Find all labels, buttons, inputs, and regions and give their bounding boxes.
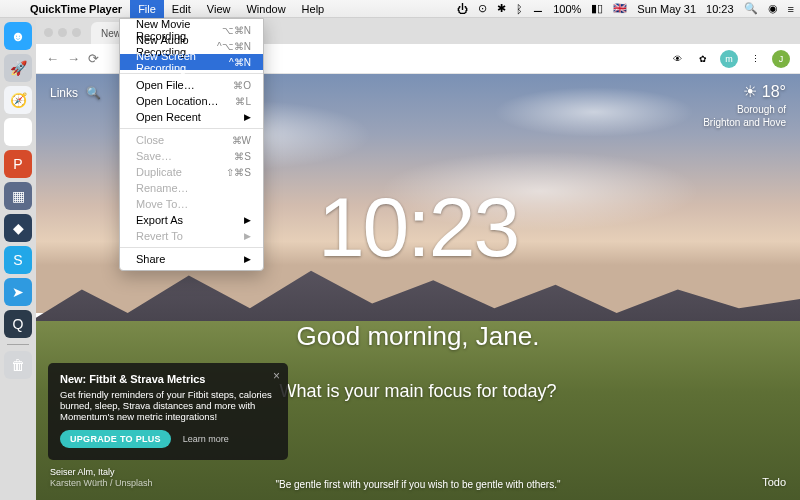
- menu-item-revert-to: Revert To▶: [120, 228, 263, 244]
- dock-trash-icon[interactable]: 🗑: [4, 351, 32, 379]
- menu-item-open-location[interactable]: Open Location…⌘L: [120, 93, 263, 109]
- extensions-menu-icon[interactable]: ⋮: [746, 50, 764, 68]
- clock: 10:23: [318, 179, 518, 276]
- menu-item-open-file[interactable]: Open File…⌘O: [120, 77, 263, 93]
- weather-location-line2: Brighton and Hove: [703, 116, 786, 129]
- menubar-icon[interactable]: ✱: [497, 2, 506, 15]
- menu-shortcut: ^⌘N: [229, 57, 251, 68]
- dock-launchpad-icon[interactable]: 🚀: [4, 54, 32, 82]
- extension-icon[interactable]: 👁: [668, 50, 686, 68]
- dock-finder-icon[interactable]: ☻: [4, 22, 32, 50]
- extension-icon[interactable]: m: [720, 50, 738, 68]
- macos-menubar: QuickTime Player File Edit View Window H…: [0, 0, 800, 18]
- menu-item-label: Move To…: [136, 198, 188, 210]
- dock-safari-icon[interactable]: 🧭: [4, 86, 32, 114]
- menu-item-label: Share: [136, 253, 165, 265]
- weather-widget[interactable]: ☀ 18° Borough of Brighton and Hove: [703, 82, 786, 129]
- menu-item-close: Close⌘W: [120, 132, 263, 148]
- upgrade-button[interactable]: UPGRADE TO PLUS: [60, 430, 171, 448]
- menu-window[interactable]: Window: [238, 0, 293, 18]
- menu-item-label: Rename…: [136, 182, 189, 194]
- dock-chrome-icon[interactable]: ◉: [4, 118, 32, 146]
- extension-icon[interactable]: ✿: [694, 50, 712, 68]
- dock-steam-icon[interactable]: ◆: [4, 214, 32, 242]
- todo-button[interactable]: Todo: [762, 476, 786, 488]
- menubar-time: 10:23: [706, 3, 734, 15]
- menu-shortcut: ⌘W: [232, 135, 251, 146]
- flag-icon[interactable]: 🇬🇧: [613, 2, 627, 15]
- promo-title: New: Fitbit & Strava Metrics: [60, 373, 276, 385]
- menu-help[interactable]: Help: [294, 0, 333, 18]
- dock: ☻🚀🧭◉P▦◆S➤Q🗑: [0, 18, 36, 500]
- chevron-right-icon: ▶: [244, 254, 251, 264]
- links-label: Links: [50, 86, 78, 100]
- battery-icon[interactable]: ▮▯: [591, 2, 603, 15]
- quote: "Be gentle first with yourself if you wi…: [275, 479, 560, 490]
- links-button[interactable]: Links 🔍: [50, 86, 101, 100]
- menu-shortcut: ⇧⌘S: [226, 167, 251, 178]
- chevron-right-icon: ▶: [244, 215, 251, 225]
- profile-avatar[interactable]: J: [772, 50, 790, 68]
- battery-label: 100%: [553, 3, 581, 15]
- forward-button[interactable]: →: [67, 51, 80, 66]
- menu-edit[interactable]: Edit: [164, 0, 199, 18]
- weather-location-line1: Borough of: [703, 103, 786, 116]
- chevron-right-icon: ▶: [244, 112, 251, 122]
- search-icon[interactable]: 🔍: [86, 86, 101, 100]
- app-name[interactable]: QuickTime Player: [22, 3, 130, 15]
- weather-icon: ☀: [743, 83, 757, 100]
- learn-more-link[interactable]: Learn more: [183, 434, 229, 444]
- menu-item-export-as[interactable]: Export As▶: [120, 212, 263, 228]
- photo-author: Karsten Würth / Unsplash: [50, 478, 153, 490]
- window-controls[interactable]: [44, 28, 81, 37]
- menu-item-new-screen-recording[interactable]: New Screen Recording^⌘N: [120, 54, 263, 70]
- menubar-right: ⏻ ⊙ ✱ ᛒ ⚊ 100% ▮▯ 🇬🇧 Sun May 31 10:23 🔍 …: [457, 2, 794, 15]
- close-icon[interactable]: ×: [273, 369, 280, 383]
- photo-location: Seiser Alm, Italy: [50, 467, 153, 479]
- menu-item-label: New Screen Recording: [136, 50, 229, 74]
- menu-item-label: Open Recent: [136, 111, 201, 123]
- promo-card: × New: Fitbit & Strava Metrics Get frien…: [48, 363, 288, 460]
- menu-item-open-recent[interactable]: Open Recent▶: [120, 109, 263, 125]
- menubar-date: Sun May 31: [637, 3, 696, 15]
- dock-quicktime-icon[interactable]: Q: [4, 310, 32, 338]
- menubar-icon[interactable]: ⏻: [457, 3, 468, 15]
- menu-item-save: Save…⌘S: [120, 148, 263, 164]
- menu-shortcut: ⌘S: [234, 151, 251, 162]
- notifications-icon[interactable]: ≡: [788, 3, 794, 15]
- spotlight-icon[interactable]: 🔍: [744, 2, 758, 15]
- dock-telegram-icon[interactable]: ➤: [4, 278, 32, 306]
- promo-body: Get friendly reminders of your Fitbit st…: [60, 389, 276, 422]
- back-button[interactable]: ←: [46, 51, 59, 66]
- menu-file[interactable]: File: [130, 0, 164, 18]
- bluetooth-icon[interactable]: ᛒ: [516, 3, 523, 15]
- menu-item-label: Open File…: [136, 79, 195, 91]
- menu-view[interactable]: View: [199, 0, 239, 18]
- menu-shortcut: ⌘O: [233, 80, 251, 91]
- menu-shortcut: ⌘L: [235, 96, 251, 107]
- greeting: Good morning, Jane.: [297, 321, 540, 352]
- menu-item-move-to: Move To…: [120, 196, 263, 212]
- file-menu-dropdown: New Movie Recording⌥⌘NNew Audio Recordin…: [119, 18, 264, 271]
- dock-powerpoint-icon[interactable]: P: [4, 150, 32, 178]
- dock-skype-icon[interactable]: S: [4, 246, 32, 274]
- menu-item-label: Open Location…: [136, 95, 219, 107]
- menu-item-label: Duplicate: [136, 166, 182, 178]
- menu-item-rename: Rename…: [120, 180, 263, 196]
- photo-credit[interactable]: Seiser Alm, Italy Karsten Würth / Unspla…: [50, 467, 153, 490]
- weather-temp: 18°: [762, 83, 786, 100]
- menu-item-duplicate: Duplicate⇧⌘S: [120, 164, 263, 180]
- menu-item-label: Close: [136, 134, 164, 146]
- dock-app1-icon[interactable]: ▦: [4, 182, 32, 210]
- menubar-left: QuickTime Player File Edit View Window H…: [6, 0, 332, 18]
- menu-item-share[interactable]: Share▶: [120, 251, 263, 267]
- control-center-icon[interactable]: ◉: [768, 2, 778, 15]
- menu-item-label: Export As: [136, 214, 183, 226]
- reload-button[interactable]: ⟳: [88, 51, 99, 66]
- menubar-icon[interactable]: ⊙: [478, 2, 487, 15]
- menu-item-label: Revert To: [136, 230, 183, 242]
- wifi-icon[interactable]: ⚊: [533, 2, 543, 15]
- menu-item-label: Save…: [136, 150, 172, 162]
- focus-prompt[interactable]: What is your main focus for today?: [279, 381, 556, 402]
- menu-shortcut: ⌥⌘N: [222, 25, 251, 36]
